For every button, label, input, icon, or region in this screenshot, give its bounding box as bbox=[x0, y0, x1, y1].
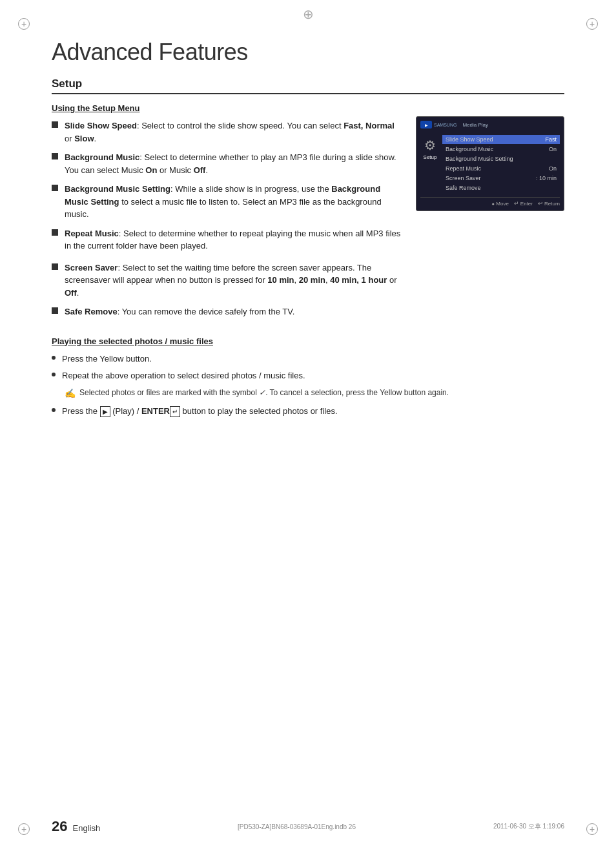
page-number-area: 26 English bbox=[52, 818, 100, 835]
page-footer: 26 English [PD530-ZA]BN68-03689A-01Eng.i… bbox=[52, 818, 564, 835]
playing-text-last: Press the ▶ (Play) / ENTER↵ button to pl… bbox=[62, 405, 338, 418]
screen-saver-item: Screen Saver: Select to set the waiting … bbox=[52, 262, 403, 300]
playing-dot-list: Press the Yellow button. Repeat the abov… bbox=[52, 353, 564, 382]
playing-item-2: Repeat the above operation to select des… bbox=[52, 369, 564, 382]
item-text-4: Repeat Music: Select to determine whethe… bbox=[65, 227, 403, 252]
enter-label: Enter bbox=[520, 201, 533, 207]
tv-footer-enter: ↵ Enter bbox=[514, 200, 533, 207]
tv-menu-list: Slide Show Speed Fast Background Music O… bbox=[442, 135, 560, 193]
bullet-square-6 bbox=[52, 307, 58, 314]
reg-mark-top-right bbox=[586, 18, 598, 30]
enter-icon: ↵ bbox=[514, 200, 519, 207]
dot-bullet-last bbox=[52, 408, 56, 412]
bullet-square-4 bbox=[52, 229, 58, 236]
tv-section-label: Setup bbox=[424, 154, 437, 160]
screen-saver-text: Screen Saver: Select to set the waiting … bbox=[65, 262, 403, 300]
dot-bullet-1 bbox=[52, 356, 56, 360]
safe-remove-item: Safe Remove: You can remove the device s… bbox=[52, 305, 403, 318]
page-language: English bbox=[72, 823, 100, 833]
reg-mark-bottom-right bbox=[586, 823, 598, 835]
play-button-inline: ▶ bbox=[100, 406, 110, 417]
tv-media-play-label: Media Play bbox=[462, 122, 488, 128]
playing-last-list: Press the ▶ (Play) / ENTER↵ button to pl… bbox=[52, 405, 564, 418]
enter-button-inline: ↵ bbox=[170, 406, 180, 417]
tv-menu-item-2: Background Music On bbox=[442, 145, 560, 154]
subsection1-heading: Using the Setup Menu bbox=[52, 103, 564, 113]
playing-text-1: Press the Yellow button. bbox=[62, 353, 152, 365]
section-divider bbox=[52, 93, 564, 94]
dot-bullet-2 bbox=[52, 373, 56, 376]
page-number: 26 bbox=[52, 818, 67, 835]
tv-box: ▶ SAMSUNG Media Play ⚙ Setup Sli bbox=[416, 116, 564, 211]
note-row: ✍ Selected photos or files are marked wi… bbox=[65, 387, 564, 400]
text-content: Slide Show Speed: Select to control the … bbox=[52, 119, 403, 325]
tv-menu-item-4: Repeat Music On bbox=[442, 164, 560, 173]
playing-text-2: Repeat the above operation to select des… bbox=[62, 369, 305, 382]
tv-menu-item-6: Safe Remove bbox=[442, 183, 560, 192]
move-icon: ⬥ bbox=[491, 200, 495, 207]
note-icon: ✍ bbox=[65, 387, 76, 400]
tv-footer-move: ⬥ Move bbox=[491, 200, 509, 207]
footer-date-info: 2011-06-30 오후 1:19:06 bbox=[493, 822, 564, 831]
tv-left-panel: ⚙ Setup bbox=[420, 135, 440, 193]
tv-footer-return: ↩ Return bbox=[538, 200, 560, 207]
list-item-bgmusic: Background Music: Select to determine wh… bbox=[52, 151, 403, 176]
page-title: Advanced Features bbox=[52, 39, 564, 66]
bullet-square-1 bbox=[52, 121, 58, 128]
setup-icon: ⚙ bbox=[424, 138, 436, 153]
item-text-3: Background Music Setting: While a slide … bbox=[65, 183, 403, 221]
tv-menu-item-1: Slide Show Speed Fast bbox=[442, 135, 560, 144]
tv-footer: ⬥ Move ↵ Enter ↩ Return bbox=[420, 197, 560, 207]
list-item-slideshow: Slide Show Speed: Select to control the … bbox=[52, 119, 403, 145]
playing-item-last: Press the ▶ (Play) / ENTER↵ button to pl… bbox=[52, 405, 564, 418]
tv-logo: ▶ bbox=[420, 121, 432, 128]
move-label: Move bbox=[496, 201, 509, 207]
tv-brand-label: SAMSUNG bbox=[434, 123, 457, 127]
list-item-bgmusic-setting: Background Music Setting: While a slide … bbox=[52, 183, 403, 221]
tv-menu-item-5: Screen Saver : 10 min bbox=[442, 174, 560, 183]
playing-item-1: Press the Yellow button. bbox=[52, 353, 564, 365]
tv-content: ⚙ Setup Slide Show Speed Fast Background… bbox=[420, 135, 560, 193]
setup-bullet-list: Slide Show Speed: Select to control the … bbox=[52, 119, 403, 252]
item-text-2: Background Music: Select to determine wh… bbox=[65, 151, 403, 176]
tv-screenshot: ▶ SAMSUNG Media Play ⚙ Setup Sli bbox=[416, 116, 564, 325]
crosshair-top: ⊕ bbox=[303, 6, 314, 22]
section-heading: Setup bbox=[52, 77, 564, 90]
bullet-square-2 bbox=[52, 153, 58, 159]
safe-remove-text: Safe Remove: You can remove the device s… bbox=[65, 305, 294, 318]
bullet-square-3 bbox=[52, 185, 58, 191]
reg-mark-top-left bbox=[18, 18, 30, 30]
return-label: Return bbox=[544, 201, 560, 207]
reg-mark-bottom-left bbox=[18, 823, 30, 835]
content-layout: Slide Show Speed: Select to control the … bbox=[52, 119, 564, 325]
playing-section: Playing the selected photos / music file… bbox=[52, 336, 564, 418]
bullet-square-5 bbox=[52, 263, 58, 270]
page-container: ⊕ Advanced Features Setup Using the Setu… bbox=[0, 0, 616, 853]
list-item-repeat-music: Repeat Music: Select to determine whethe… bbox=[52, 227, 403, 252]
item-text-1: Slide Show Speed: Select to control the … bbox=[65, 119, 403, 145]
subsection2-heading: Playing the selected photos / music file… bbox=[52, 336, 564, 346]
return-icon: ↩ bbox=[538, 200, 543, 207]
tv-header: ▶ SAMSUNG Media Play bbox=[420, 121, 560, 131]
note-text: Selected photos or files are marked with… bbox=[79, 387, 449, 398]
tv-menu-item-3: Background Music Setting bbox=[442, 154, 560, 163]
footer-file-info: [PD530-ZA]BN68-03689A-01Eng.indb 26 bbox=[238, 823, 356, 830]
